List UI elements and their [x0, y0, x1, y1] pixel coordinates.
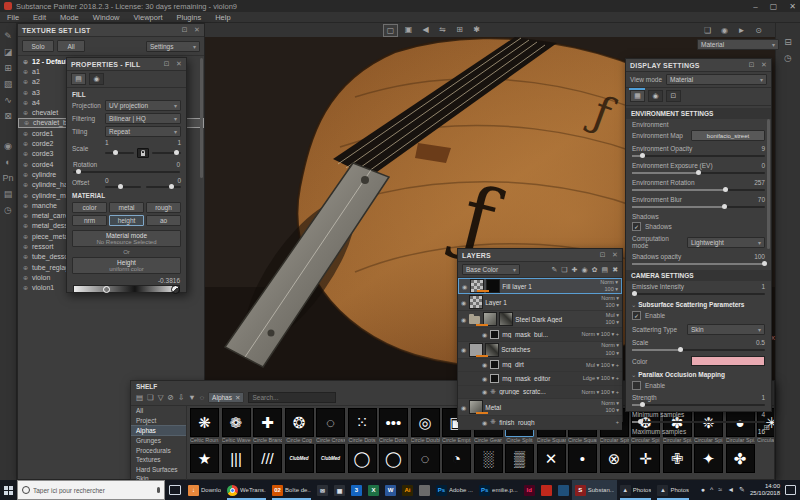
taskbar-app[interactable]: ▦: [331, 480, 348, 500]
alpha-thumbnail[interactable]: •: [568, 444, 597, 473]
alpha-resource[interactable]: •: [568, 444, 597, 473]
channel-button-nrm[interactable]: nrm: [72, 215, 107, 226]
layer-row[interactable]: ◉MetalNorm ▾100 ▾: [458, 399, 622, 416]
slider-track[interactable]: [632, 293, 765, 295]
slider-handle[interactable]: [722, 204, 727, 209]
task-view-button[interactable]: [165, 480, 185, 500]
slider-track[interactable]: [632, 172, 765, 174]
taskbar-app[interactable]: [538, 480, 555, 500]
shelf-filter-icon[interactable]: ▼: [188, 393, 195, 402]
alpha-thumbnail[interactable]: ✕: [537, 444, 566, 473]
add-effect-icon[interactable]: ✎: [551, 266, 557, 274]
layer-row[interactable]: ◉Fill layer 1Norm ▾100 ▾: [458, 278, 622, 294]
remove-tag-icon[interactable]: ✕: [235, 394, 240, 402]
layer-row[interactable]: ◉mg_mask_editorLdge ▾ 100 ▾ +: [458, 372, 622, 386]
mini-slider[interactable]: [152, 152, 181, 154]
color-swatch[interactable]: [691, 356, 765, 366]
slider-handle[interactable]: [638, 419, 643, 424]
slider-handle[interactable]: [113, 150, 118, 155]
slider-handle[interactable]: [118, 184, 123, 189]
alpha-resource[interactable]: •••Circle Dots ...: [379, 408, 408, 443]
alpha-thumbnail[interactable]: ◔: [442, 444, 471, 473]
visibility-eye-icon[interactable]: ◉: [461, 316, 466, 323]
taskbar-app-bo-te-de-[interactable]: 02Boîte de...: [269, 480, 314, 500]
environment-tab-icon[interactable]: ▦: [630, 90, 645, 102]
taskbar-app-photos[interactable]: ▲Photos: [654, 480, 692, 500]
alpha-resource[interactable]: ▒: [505, 444, 534, 473]
alpha-resource[interactable]: ◔: [442, 444, 471, 473]
gradient-handle[interactable]: [103, 286, 110, 293]
slider-handle[interactable]: [678, 347, 683, 352]
add-folder-icon[interactable]: ▤: [602, 266, 609, 274]
collapsible-group-title[interactable]: Subsurface Scattering Parameters: [626, 298, 771, 309]
pn-panel[interactable]: Pn: [2, 171, 15, 184]
menu-item-help[interactable]: Help: [208, 13, 237, 22]
settings-dropdown[interactable]: Settings: [146, 41, 200, 52]
close-icon[interactable]: ✕: [612, 251, 618, 259]
visibility-eye-icon[interactable]: ◉: [461, 404, 466, 411]
layer-row[interactable]: ◉mg_dirtMul ▾ 100 ▾ +: [458, 359, 622, 373]
alpha-resource[interactable]: ✕: [537, 444, 566, 473]
taskbar-app[interactable]: [555, 480, 572, 500]
shelf-folder-icon[interactable]: ▤: [136, 393, 143, 402]
layer-row[interactable]: ◉mg_mask_bui...Norm ▾ 100 ▾ +: [458, 328, 622, 342]
shelf-category-textures[interactable]: Textures: [131, 455, 186, 464]
shelf-category-alphas[interactable]: Alphas: [131, 425, 186, 436]
viewport-settings-gear-icon[interactable]: ✱: [470, 24, 483, 35]
taskbar-search[interactable]: Taper ici pour rechercher: [17, 480, 165, 500]
close-icon[interactable]: ✕: [194, 26, 200, 34]
channel-button-height[interactable]: height: [109, 215, 144, 226]
select-lasso-icon[interactable]: ▣: [402, 24, 415, 35]
resources-panel[interactable]: ▤: [2, 187, 15, 200]
shelf-refresh-icon[interactable]: ◌: [200, 393, 204, 402]
mini-slider[interactable]: [105, 152, 134, 154]
visibility-eye-icon[interactable]: ◉: [482, 331, 487, 338]
add-smart-material-icon[interactable]: ◉: [582, 266, 588, 274]
scale-lock-icon[interactable]: [137, 148, 149, 158]
visibility-eye-icon[interactable]: ◉: [482, 419, 487, 426]
checkbox[interactable]: ✓: [632, 311, 641, 320]
visibility-eye-icon[interactable]: ◉: [462, 283, 467, 290]
pen-icon[interactable]: ✎: [739, 486, 745, 494]
alpha-resource[interactable]: ░: [474, 444, 503, 473]
shelf-save-icon[interactable]: ▽: [158, 393, 164, 402]
menu-item-file[interactable]: File: [0, 13, 26, 22]
delete-layer-icon[interactable]: ✖: [612, 266, 618, 274]
maximize-button[interactable]: ▢: [770, 2, 778, 11]
polygon-fill-tool[interactable]: ▧: [2, 77, 15, 90]
camera-video-icon[interactable]: ►: [735, 25, 748, 36]
close-icon[interactable]: ✕: [176, 60, 182, 68]
color-picker-icon[interactable]: [171, 285, 180, 294]
paint-tool[interactable]: ✎: [2, 29, 15, 42]
symmetry-icon[interactable]: ⇋: [436, 24, 449, 35]
shelf-new-icon[interactable]: ❏: [147, 393, 154, 402]
mini-slider[interactable]: [105, 186, 141, 188]
alpha-thumbnail[interactable]: ⁙: [348, 408, 377, 437]
visibility-eye-icon[interactable]: ◉: [482, 388, 487, 395]
taskbar-app-photos[interactable]: ▲Photos: [617, 480, 655, 500]
taskbar-app[interactable]: [416, 480, 433, 500]
alpha-resource[interactable]: ✤: [726, 444, 755, 473]
alpha-thumbnail[interactable]: ◌: [411, 444, 440, 473]
network-icon[interactable]: ≈: [718, 486, 722, 494]
slider-track[interactable]: [632, 263, 765, 265]
all-button[interactable]: All: [57, 40, 85, 52]
notification-center-icon[interactable]: [785, 485, 796, 495]
visibility-eye-icon[interactable]: ◉: [461, 346, 466, 353]
alpha-resource[interactable]: ⊗: [600, 444, 629, 473]
shelf-hide-icon[interactable]: ⊘: [168, 393, 174, 402]
shelf-category-project[interactable]: Project: [131, 415, 186, 424]
layer-row[interactable]: ◉ScratchesNorm ▾100 ▾: [458, 342, 622, 359]
properties-tab-icon[interactable]: ▤: [71, 73, 86, 85]
taskbar-app[interactable]: W: [382, 480, 399, 500]
camera-tab-icon[interactable]: ◉: [648, 90, 663, 102]
shelf-category-hard-surfaces[interactable]: Hard Surfaces: [131, 464, 186, 473]
alpha-resource[interactable]: ❂Circle Cog: [285, 408, 314, 443]
slider-handle[interactable]: [723, 187, 728, 192]
alpha-thumbnail[interactable]: ▒: [505, 444, 534, 473]
taskbar-app-wetrans-[interactable]: WeTrans...: [224, 480, 269, 500]
alpha-resource[interactable]: ✦: [694, 444, 723, 473]
shelf-import-icon[interactable]: ⇩: [178, 393, 184, 402]
layer-blend-opacity[interactable]: Norm ▾100 ▾: [600, 279, 618, 294]
close-button[interactable]: ✕: [789, 2, 796, 11]
